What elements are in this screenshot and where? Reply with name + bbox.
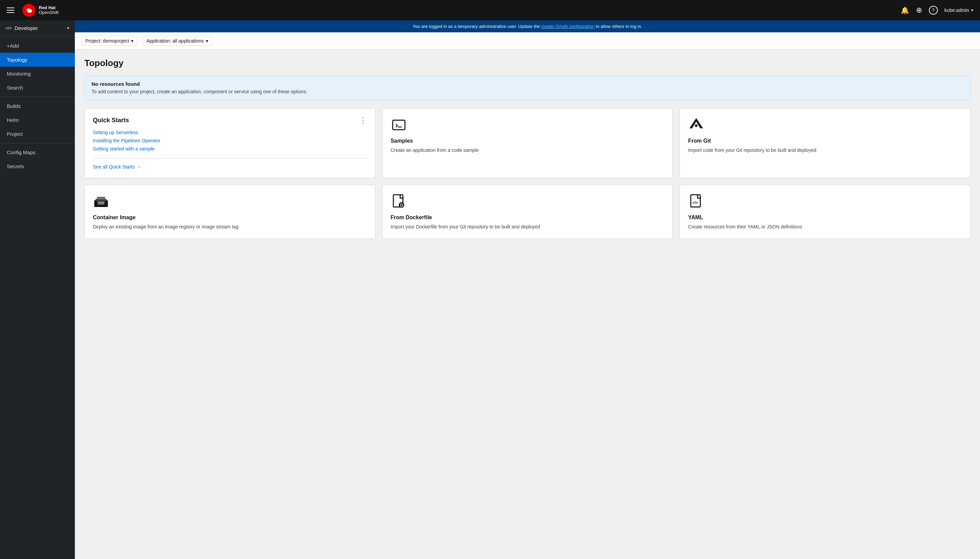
page-title: Topology <box>84 58 970 68</box>
sidebar-search-label: Search <box>7 85 23 91</box>
svg-rect-1 <box>393 120 405 130</box>
logo-text: Red Hat OpenShift <box>39 5 59 15</box>
user-dropdown-arrow: ▾ <box>971 8 973 13</box>
sidebar-monitoring-label: Monitoring <box>7 71 31 77</box>
project-label: Project: demoproject <box>86 38 129 44</box>
yaml-title: YAML <box>688 215 962 221</box>
container-image-icon <box>93 194 109 210</box>
quickstart-link-serverless[interactable]: Setting up Serverless <box>93 130 367 135</box>
sidebar-item-secrets[interactable]: Secrets <box>0 159 75 173</box>
banner-message-suffix: to allow others to log in. <box>596 24 642 29</box>
sidebar-item-search[interactable]: Search <box>0 81 75 95</box>
sidebar-item-builds[interactable]: Builds <box>0 99 75 113</box>
from-git-card[interactable]: From Git Import code from your Git repos… <box>680 108 970 178</box>
sidebar-item-add[interactable]: +Add <box>0 39 75 53</box>
from-dockerfile-icon: D <box>391 194 407 210</box>
yaml-card[interactable]: </> YAML Create resources from their YAM… <box>680 185 970 239</box>
redhat-logo-icon <box>23 4 35 17</box>
samples-title: Samples <box>391 138 665 144</box>
context-label: </> Developer <box>5 25 38 31</box>
from-dockerfile-desc: Import your Dockerfile from your Git rep… <box>391 223 665 230</box>
see-all-label: See all Quick Starts <box>93 164 135 170</box>
context-dropdown-arrow: ▾ <box>67 26 69 31</box>
container-image-desc: Deploy an existing image from an image r… <box>93 223 367 230</box>
alert-body: To add content to your project, create a… <box>92 89 964 94</box>
add-icon[interactable]: ⊕ <box>916 6 922 15</box>
notifications-icon[interactable]: 🔔 <box>901 6 909 14</box>
sidebar-item-project[interactable]: Project <box>0 127 75 141</box>
sidebar-item-monitoring[interactable]: Monitoring <box>0 67 75 81</box>
sidebar-item-configmaps[interactable]: Config Maps <box>0 146 75 159</box>
svg-rect-8 <box>97 197 105 200</box>
info-banner: You are logged in as a temporary adminis… <box>75 20 980 32</box>
quickstarts-card[interactable]: Quick Starts ⋮ Setting up Serverless Ins… <box>84 108 375 178</box>
yaml-desc: Create resources from their YAML or JSON… <box>688 223 962 230</box>
svg-point-5 <box>695 124 698 127</box>
product-name: OpenShift <box>39 10 59 15</box>
main-layout: </> Developer ▾ +Add Topology Monitoring… <box>0 20 980 559</box>
sidebar-divider-2 <box>0 143 75 143</box>
container-image-title: Container Image <box>93 215 367 221</box>
see-all-arrow-icon: → <box>137 164 142 170</box>
user-menu[interactable]: kube:admin ▾ <box>945 8 973 13</box>
svg-text:D: D <box>400 203 403 208</box>
quickstart-link-sample[interactable]: Getting started with a sample <box>93 146 367 152</box>
context-name: Developer <box>15 25 38 31</box>
username-label: kube:admin <box>945 8 969 13</box>
sidebar-item-topology[interactable]: Topology <box>0 53 75 67</box>
help-icon[interactable]: ? <box>929 6 938 15</box>
quickstart-link-pipelines[interactable]: Installing the Pipelines Operator <box>93 138 367 143</box>
sidebar-item-helm[interactable]: Helm <box>0 113 75 127</box>
samples-desc: Create an application from a code sample <box>391 147 665 154</box>
brand-name: Red Hat <box>39 5 59 10</box>
context-icon: </> <box>5 26 12 31</box>
quickstarts-separator <box>93 158 367 159</box>
from-dockerfile-card[interactable]: D From Dockerfile Import your Dockerfile… <box>382 185 673 239</box>
alert-title: No resources found <box>92 81 964 87</box>
quickstarts-overflow-menu[interactable]: ⋮ <box>359 117 367 124</box>
sidebar-nav: +Add Topology Monitoring Search Builds H… <box>0 36 75 176</box>
cards-grid: Quick Starts ⋮ Setting up Serverless Ins… <box>84 108 970 239</box>
sidebar: </> Developer ▾ +Add Topology Monitoring… <box>0 20 75 559</box>
samples-card[interactable]: Samples Create an application from a cod… <box>382 108 673 178</box>
main-content: Topology No resources found To add conte… <box>75 50 980 559</box>
topnav: Red Hat OpenShift 🔔 ⊕ ? kube:admin ▾ <box>0 0 980 20</box>
project-selector[interactable]: Project: demoproject ▾ <box>82 36 137 46</box>
from-git-desc: Import code from your Git repository to … <box>688 147 962 154</box>
sidebar-builds-label: Builds <box>7 103 21 109</box>
hamburger-menu[interactable] <box>7 8 14 13</box>
toolbar: Project: demoproject ▾ Application: all … <box>75 32 980 50</box>
no-resources-alert: No resources found To add content to you… <box>84 75 970 100</box>
sidebar-secrets-label: Secrets <box>7 164 24 169</box>
sidebar-configmaps-label: Config Maps <box>7 149 35 155</box>
svg-text:</>: </> <box>693 200 698 205</box>
application-selector[interactable]: Application: all applications ▾ <box>143 36 212 46</box>
content-area: You are logged in as a temporary adminis… <box>75 20 980 559</box>
topnav-actions: 🔔 ⊕ ? kube:admin ▾ <box>901 6 973 15</box>
app-logo: Red Hat OpenShift <box>23 4 59 17</box>
quickstarts-links: Setting up Serverless Installing the Pip… <box>93 130 367 152</box>
sidebar-project-label: Project <box>7 131 23 137</box>
sidebar-context-switcher[interactable]: </> Developer ▾ <box>0 20 75 36</box>
quickstarts-header: Quick Starts ⋮ <box>93 117 367 124</box>
yaml-icon: </> <box>688 194 704 210</box>
project-dropdown-arrow: ▾ <box>131 38 134 44</box>
sidebar-helm-label: Helm <box>7 117 19 123</box>
application-dropdown-arrow: ▾ <box>206 38 208 44</box>
quickstarts-title: Quick Starts <box>93 117 129 124</box>
oauth-config-link[interactable]: cluster OAuth configuration <box>541 24 594 29</box>
application-label: Application: all applications <box>146 38 203 44</box>
from-dockerfile-title: From Dockerfile <box>391 215 665 221</box>
banner-message: You are logged in as a temporary adminis… <box>413 24 541 29</box>
samples-icon <box>391 117 407 133</box>
sidebar-topology-label: Topology <box>7 57 27 63</box>
from-git-title: From Git <box>688 138 962 144</box>
sidebar-add-label: +Add <box>7 43 19 49</box>
sidebar-divider-1 <box>0 97 75 97</box>
container-image-card[interactable]: Container Image Deploy an existing image… <box>84 185 375 239</box>
from-git-icon <box>688 117 704 133</box>
see-all-quickstarts-link[interactable]: See all Quick Starts → <box>93 164 367 170</box>
